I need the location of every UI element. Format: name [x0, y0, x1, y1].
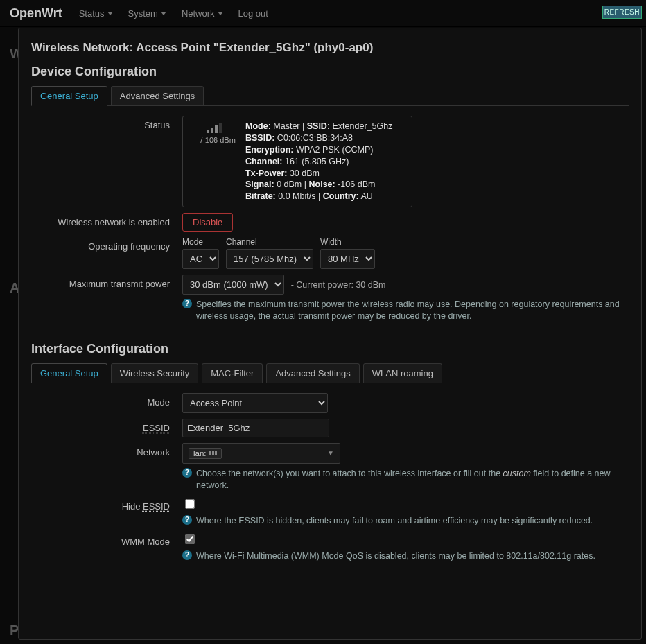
chevron-down-icon: ▼: [327, 449, 334, 457]
nav-logout[interactable]: Log out: [238, 8, 268, 19]
signal-quality-text: —/-106 dBm: [193, 136, 236, 144]
tab-iface-security[interactable]: Wireless Security: [111, 363, 198, 383]
ports-icon: [209, 451, 217, 455]
status-box: —/-106 dBm Mode: Master | SSID: Extender…: [182, 116, 412, 207]
nav-system[interactable]: System: [128, 8, 166, 19]
essid-input[interactable]: [182, 419, 329, 437]
hide-essid-label: Hide ESSID: [31, 497, 182, 512]
info-icon: ?: [182, 299, 192, 308]
status-label: Status: [31, 116, 182, 130]
wmm-hint: Where Wi-Fi Multimedia (WMM) Mode QoS is…: [196, 550, 595, 562]
signal-bars-icon: [206, 123, 222, 134]
tab-advanced-settings[interactable]: Advanced Settings: [111, 86, 204, 105]
enabled-label: Wireless network is enabled: [31, 213, 182, 227]
info-icon: ?: [182, 468, 192, 478]
device-tabs: General Setup Advanced Settings: [31, 86, 629, 106]
tab-iface-advanced[interactable]: Advanced Settings: [266, 363, 359, 383]
network-hint: Choose the network(s) you want to attach…: [196, 468, 629, 491]
chevron-down-icon: [107, 12, 113, 15]
freq-width-select[interactable]: 80 MHz: [320, 249, 375, 269]
hide-essid-hint: Where the ESSID is hidden, clients may f…: [196, 515, 593, 527]
hide-essid-checkbox[interactable]: [185, 499, 195, 509]
info-icon: ?: [182, 550, 192, 560]
tab-iface-macfilter[interactable]: MAC-Filter: [202, 363, 263, 383]
interface-config-heading: Interface Configuration: [31, 342, 629, 356]
info-icon: ?: [182, 515, 192, 525]
wmm-checkbox[interactable]: [185, 534, 195, 544]
nav-network[interactable]: Network: [182, 8, 223, 19]
network-label: Network: [31, 443, 182, 458]
tab-iface-roaming[interactable]: WLAN roaming: [363, 363, 442, 383]
wireless-config-modal: Wireless Network: Access Point "Extender…: [18, 28, 642, 640]
iface-mode-select[interactable]: Access Point: [182, 393, 328, 413]
txpower-hint: Specifies the maximum transmit power the…: [196, 299, 629, 322]
txpower-current: - Current power: 30 dBm: [291, 280, 386, 290]
network-dropdown[interactable]: lan: ▼: [182, 443, 340, 464]
top-nav-bar: OpenWrt Status System Network Log out RE…: [0, 0, 646, 27]
nav-status[interactable]: Status: [79, 8, 113, 19]
brand-logo[interactable]: OpenWrt: [10, 6, 62, 21]
network-chip-lan: lan:: [189, 448, 222, 459]
chevron-down-icon: [218, 12, 223, 15]
chevron-down-icon: [161, 12, 166, 15]
txpower-select[interactable]: 30 dBm (1000 mW): [182, 275, 284, 295]
refresh-button[interactable]: REFRESH: [602, 6, 642, 19]
tab-iface-general[interactable]: General Setup: [31, 363, 107, 383]
status-details: Mode: Master | SSID: Extender_5Ghz BSSID…: [245, 121, 392, 202]
tab-general-setup[interactable]: General Setup: [31, 86, 107, 106]
iface-mode-label: Mode: [31, 393, 182, 408]
wmm-label: WMM Mode: [31, 532, 182, 547]
operating-frequency-label: Operating frequency: [31, 237, 182, 252]
interface-tabs: General Setup Wireless Security MAC-Filt…: [31, 363, 629, 383]
txpower-label: Maximum transmit power: [31, 275, 182, 289]
device-config-heading: Device Configuration: [31, 64, 629, 79]
modal-title: Wireless Network: Access Point "Extender…: [31, 41, 629, 55]
freq-mode-select[interactable]: AC: [182, 249, 219, 269]
freq-channel-select[interactable]: 157 (5785 Mhz): [226, 249, 313, 269]
essid-label: ESSID: [31, 419, 182, 433]
disable-button[interactable]: Disable: [182, 213, 233, 232]
